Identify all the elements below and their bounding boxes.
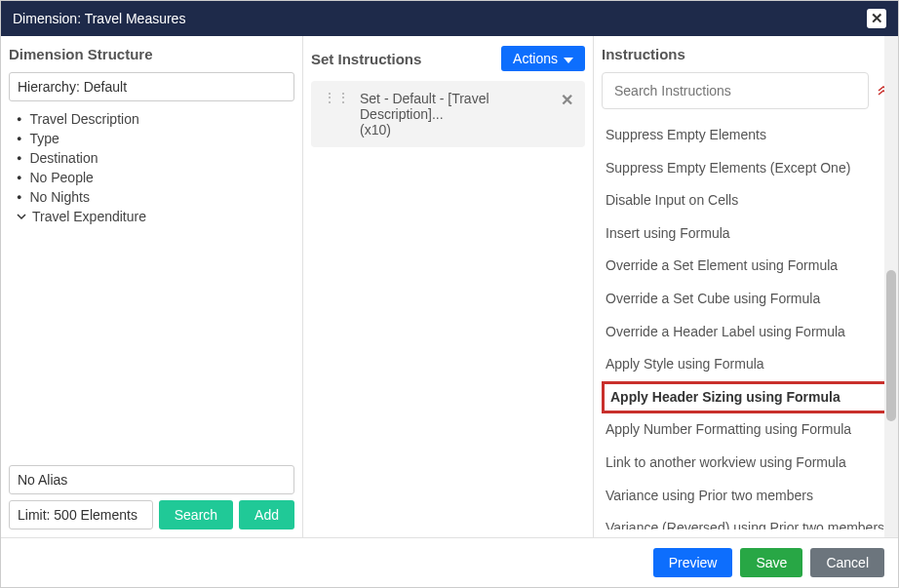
drag-handle-icon[interactable]: ⋮⋮	[323, 91, 350, 104]
instruction-item[interactable]: Disable Input on Cells	[602, 184, 890, 217]
scrollbar[interactable]	[884, 36, 898, 537]
set-item-line1: Set - Default - [Travel Description]...	[360, 91, 551, 122]
close-button[interactable]: ✕	[867, 9, 886, 28]
tree-item-label: No People	[29, 170, 93, 185]
tree-item-label: No Nights	[29, 189, 89, 205]
search-button[interactable]: Search	[159, 500, 233, 529]
instruction-item[interactable]: Link to another workview using Formula	[602, 447, 890, 480]
dialog-content: Dimension Structure Hierarchy: Default ●…	[1, 36, 898, 537]
left-bottom-controls: No Alias Limit: 500 Elements Search Add	[9, 465, 294, 529]
instruction-item[interactable]: Suppress Empty Elements (Except One)	[602, 152, 890, 185]
instruction-list: Suppress Empty ElementsSuppress Empty El…	[602, 119, 890, 529]
instructions-search-input[interactable]	[602, 72, 869, 109]
instruction-item[interactable]: Apply Style using Formula	[602, 348, 890, 381]
tree-item-label: Travel Expenditure	[32, 209, 146, 224]
dimension-structure-panel: Dimension Structure Hierarchy: Default ●…	[1, 36, 303, 537]
bullet-icon: ●	[17, 134, 21, 143]
instruction-item[interactable]: Override a Header Label using Formula	[602, 316, 890, 349]
instruction-item[interactable]: Apply Header Sizing using Formula	[602, 381, 890, 414]
chevron-down-icon	[17, 209, 26, 224]
instructions-search-row	[602, 72, 890, 109]
search-add-row: Limit: 500 Elements Search Add	[9, 500, 294, 529]
instructions-panel: Instructions Suppress Empty ElementsSupp…	[594, 36, 898, 537]
alias-select[interactable]: No Alias	[9, 465, 294, 494]
instruction-item[interactable]: Override a Set Element using Formula	[602, 250, 890, 283]
actions-label: Actions	[513, 51, 558, 66]
tree-item[interactable]: ●Destination	[17, 148, 294, 168]
instruction-item[interactable]: Override a Set Cube using Formula	[602, 283, 890, 316]
preview-button[interactable]: Preview	[653, 548, 733, 577]
limit-select[interactable]: Limit: 500 Elements	[9, 500, 153, 529]
dimension-dialog: Dimension: Travel Measures ✕ Dimension S…	[0, 0, 899, 588]
scrollbar-thumb[interactable]	[886, 270, 896, 421]
instruction-item[interactable]: Variance using Prior two members	[602, 480, 890, 513]
instruction-item[interactable]: Insert using Formula	[602, 217, 890, 251]
tree-item[interactable]: ●Type	[17, 129, 294, 148]
set-instructions-header-row: Set Instructions Actions	[311, 46, 585, 71]
titlebar: Dimension: Travel Measures ✕	[1, 1, 898, 36]
set-item-line2: (x10)	[360, 122, 551, 137]
tree-item[interactable]: ●Travel Description	[17, 109, 294, 129]
set-item[interactable]: ⋮⋮ Set - Default - [Travel Description].…	[311, 81, 585, 147]
instructions-header: Instructions	[602, 46, 890, 62]
actions-button[interactable]: Actions	[501, 46, 585, 71]
instruction-item[interactable]: Suppress Empty Elements	[602, 119, 890, 152]
hierarchy-tree: ●Travel Description●Type●Destination●No …	[9, 109, 294, 465]
cancel-button[interactable]: Cancel	[810, 548, 884, 577]
tree-item[interactable]: Travel Expenditure	[17, 207, 294, 226]
chevron-down-icon	[564, 51, 573, 66]
close-icon: ✕	[871, 10, 883, 27]
tree-item[interactable]: ●No Nights	[17, 187, 294, 207]
save-button[interactable]: Save	[740, 548, 802, 577]
remove-set-button[interactable]: ✕	[561, 91, 573, 109]
bullet-icon: ●	[17, 192, 21, 202]
bullet-icon: ●	[17, 114, 21, 124]
tree-item-label: Destination	[29, 150, 98, 166]
dialog-title: Dimension: Travel Measures	[13, 11, 185, 26]
set-instructions-header: Set Instructions	[311, 51, 421, 67]
set-instructions-panel: Set Instructions Actions ⋮⋮ Set - Defaul…	[303, 36, 594, 537]
instruction-item[interactable]: Variance (Reversed) using Prior two memb…	[602, 512, 890, 529]
add-button[interactable]: Add	[239, 500, 294, 529]
hierarchy-select[interactable]: Hierarchy: Default	[9, 72, 294, 101]
bullet-icon: ●	[17, 173, 21, 182]
tree-item-label: Travel Description	[29, 111, 138, 127]
tree-item[interactable]: ●No People	[17, 168, 294, 187]
bullet-icon: ●	[17, 153, 21, 163]
dialog-footer: Preview Save Cancel	[1, 537, 898, 587]
dimension-structure-header: Dimension Structure	[9, 46, 294, 62]
set-item-text: Set - Default - [Travel Description]... …	[360, 91, 551, 137]
tree-item-label: Type	[29, 131, 59, 146]
instruction-item[interactable]: Apply Number Formatting using Formula	[602, 413, 890, 447]
